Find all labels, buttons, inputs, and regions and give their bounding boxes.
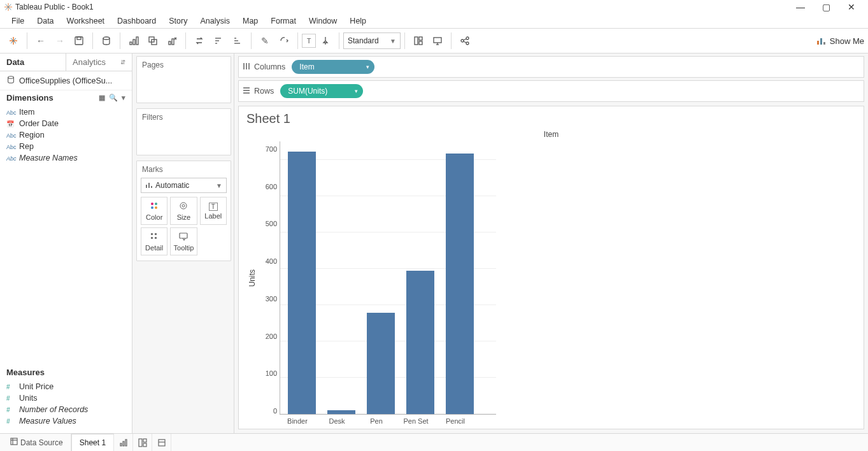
show-me-button[interactable]: Show Me: [816, 36, 864, 46]
field-label: Unit Price: [19, 382, 53, 391]
svg-rect-70: [159, 440, 165, 446]
view-table-icon[interactable]: ▦: [99, 94, 105, 102]
marks-size-button[interactable]: Size: [170, 197, 197, 225]
columns-pill-item[interactable]: Item: [292, 60, 374, 74]
field-order-date[interactable]: Order Date: [0, 118, 132, 129]
search-icon[interactable]: 🔍: [109, 94, 118, 102]
share-button[interactable]: [455, 31, 474, 50]
svg-rect-59: [243, 90, 250, 91]
save-button[interactable]: [69, 31, 89, 50]
duplicate-button[interactable]: [143, 31, 162, 50]
tableau-logo-icon[interactable]: [4, 31, 23, 50]
pages-shelf[interactable]: Pages: [136, 56, 231, 103]
num-icon: [6, 395, 19, 402]
redo-button[interactable]: →: [50, 31, 69, 50]
group-button[interactable]: [274, 31, 294, 50]
menu-file[interactable]: File: [5, 15, 31, 27]
new-datasource-button[interactable]: [97, 31, 116, 50]
undo-button[interactable]: ←: [31, 31, 50, 50]
svg-point-46: [151, 206, 153, 209]
field-measure-values[interactable]: Measure Values: [0, 415, 132, 427]
field-rep[interactable]: Rep: [0, 141, 132, 152]
x-axis-title: Item: [246, 130, 856, 139]
bar-binder[interactable]: [288, 152, 316, 414]
bar-desk[interactable]: [327, 410, 355, 414]
columns-shelf[interactable]: Columns Item: [238, 56, 864, 78]
svg-rect-66: [125, 440, 127, 446]
sort-asc-button[interactable]: [209, 31, 228, 50]
new-story-tab-button[interactable]: [152, 434, 171, 451]
svg-rect-52: [151, 237, 153, 239]
marks-color-button[interactable]: Color: [141, 197, 167, 225]
new-worksheet-button[interactable]: [124, 31, 143, 50]
columns-icon: [243, 62, 250, 72]
menu-dropdown-icon[interactable]: ▾: [122, 94, 125, 102]
datasource-icon: [6, 75, 15, 86]
minimize-button[interactable]: —: [788, 0, 813, 14]
filters-shelf[interactable]: Filters: [136, 108, 231, 155]
sheet-title[interactable]: Sheet 1: [246, 111, 856, 126]
bar-pen[interactable]: [367, 313, 395, 414]
sheet-tab[interactable]: Sheet 1: [71, 434, 114, 451]
menu-map[interactable]: Map: [236, 15, 264, 27]
show-cards-button[interactable]: [409, 31, 428, 50]
menu-help[interactable]: Help: [343, 15, 373, 27]
tableau-app-icon: [4, 3, 13, 11]
maximize-button[interactable]: ▢: [813, 0, 839, 14]
marks-detail-button[interactable]: Detail: [141, 227, 167, 255]
menu-window[interactable]: Window: [302, 15, 343, 27]
svg-point-33: [466, 37, 469, 39]
menu-analysis[interactable]: Analysis: [194, 15, 236, 27]
show-labels-button[interactable]: T: [302, 34, 316, 48]
new-worksheet-tab-button[interactable]: [114, 434, 133, 451]
dimensions-list: ItemOrder DateRegionRepMeasure Names: [0, 105, 132, 170]
svg-rect-60: [243, 92, 250, 94]
field-number-of-records[interactable]: Number of Records: [0, 404, 132, 415]
new-dashboard-tab-button[interactable]: [133, 434, 152, 451]
clear-button[interactable]: [162, 31, 181, 50]
marks-type-dropdown[interactable]: Automatic ▼: [141, 178, 227, 193]
pages-shelf-title: Pages: [137, 57, 231, 73]
x-axis-ticks: BinderDeskPenPen SetPencil: [283, 415, 500, 425]
svg-point-44: [151, 203, 153, 205]
marks-label-button[interactable]: TLabel: [200, 197, 227, 225]
tab-data[interactable]: Data: [0, 54, 66, 71]
fit-dropdown[interactable]: Standard ▼: [343, 32, 401, 49]
highlight-button[interactable]: ✎: [255, 31, 274, 50]
marks-tooltip-button[interactable]: Tooltip: [170, 227, 197, 255]
svg-rect-50: [151, 233, 153, 235]
pin-button[interactable]: [316, 31, 335, 50]
svg-rect-39: [823, 42, 825, 45]
tab-analytics[interactable]: Analytics⇵: [66, 54, 132, 71]
close-button[interactable]: ✕: [839, 0, 864, 14]
tooltip-icon: [179, 232, 188, 243]
bar-pencil[interactable]: [446, 154, 474, 414]
field-unit-price[interactable]: Unit Price: [0, 381, 132, 392]
field-region[interactable]: Region: [0, 129, 132, 141]
sort-desc-button[interactable]: [228, 31, 247, 50]
swap-button[interactable]: [190, 31, 209, 50]
field-item[interactable]: Item: [0, 106, 132, 118]
marks-grid: Color Size TLabel Detail Tooltip: [141, 197, 227, 255]
svg-rect-67: [139, 439, 142, 447]
rows-shelf[interactable]: Rows SUM(Units): [238, 80, 864, 102]
menu-story[interactable]: Story: [162, 15, 194, 27]
menu-format[interactable]: Format: [264, 15, 302, 27]
field-label: Rep: [19, 142, 34, 151]
svg-rect-26: [415, 37, 418, 45]
dimensions-label: Dimensions: [6, 93, 53, 103]
menu-dashboard[interactable]: Dashboard: [111, 15, 162, 27]
filters-shelf-title: Filters: [137, 109, 231, 125]
bar-pen-set[interactable]: [406, 271, 434, 414]
presentation-button[interactable]: [428, 31, 447, 50]
shelves-column: Pages Filters Marks Automatic ▼ Color Si…: [132, 54, 234, 433]
menu-worksheet[interactable]: Worksheet: [60, 15, 111, 27]
rows-pill-sum-units[interactable]: SUM(Units): [280, 84, 363, 98]
chart-plot[interactable]: [280, 141, 496, 415]
footer-tabs: Data Source Sheet 1: [0, 433, 868, 451]
field-measure-names[interactable]: Measure Names: [0, 152, 132, 164]
menu-data[interactable]: Data: [31, 15, 60, 27]
data-source-tab[interactable]: Data Source: [3, 434, 71, 451]
datasource-item[interactable]: OfficeSupplies (OfficeSu...: [0, 71, 132, 90]
field-units[interactable]: Units: [0, 392, 132, 404]
